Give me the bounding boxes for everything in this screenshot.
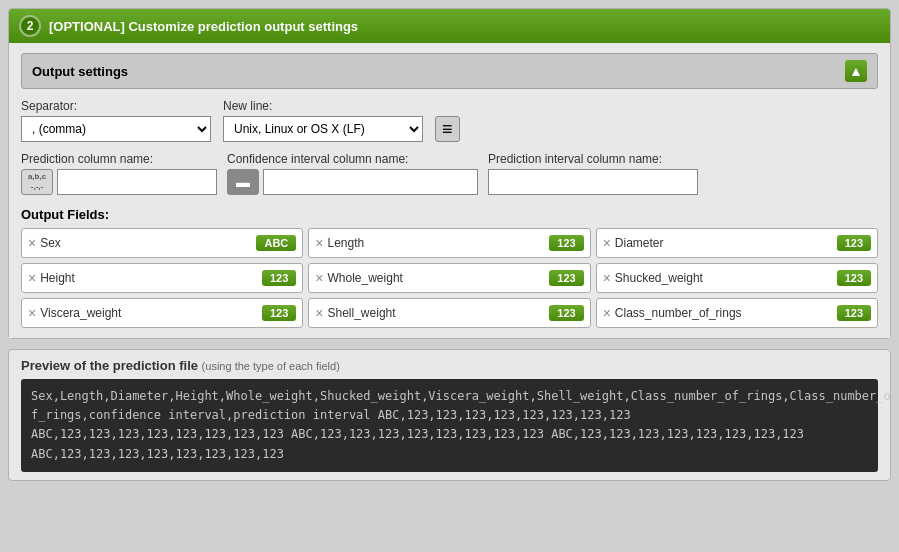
- field-tag: ×SexABC: [21, 228, 303, 258]
- field-tag-name: Whole_weight: [328, 271, 550, 285]
- separator-group: Separator: , (comma): [21, 99, 211, 142]
- confidence-col-group: Confidence interval column name: ▬: [227, 152, 478, 195]
- preview-subtitle: (using the type of each field): [202, 360, 340, 372]
- confidence-col-input[interactable]: [263, 169, 478, 195]
- field-tag: ×Height123: [21, 263, 303, 293]
- field-tag-name: Shucked_weight: [615, 271, 837, 285]
- step-title: [OPTIONAL] Customize prediction output s…: [49, 19, 358, 34]
- field-remove-button[interactable]: ×: [28, 271, 36, 285]
- field-tag: ×Diameter123: [596, 228, 878, 258]
- field-tag-name: Diameter: [615, 236, 837, 250]
- field-remove-button[interactable]: ×: [28, 306, 36, 320]
- field-remove-button[interactable]: ×: [603, 271, 611, 285]
- prediction-col-group: Prediction column name: a,b,c-,-,-: [21, 152, 217, 195]
- field-tag-name: Length: [328, 236, 550, 250]
- separator-label: Separator:: [21, 99, 211, 113]
- field-tag-type: 123: [837, 305, 871, 321]
- field-tag: ×Shell_weight123: [308, 298, 590, 328]
- prediction-col-label: Prediction column name:: [21, 152, 217, 166]
- fields-grid: ×SexABC×Length123×Diameter123×Height123×…: [21, 228, 878, 328]
- col-gray-icon: ▬: [227, 169, 259, 195]
- field-remove-button[interactable]: ×: [28, 236, 36, 250]
- step-number: 2: [19, 15, 41, 37]
- field-tag-type: 123: [549, 235, 583, 251]
- prediction-interval-col-input[interactable]: [488, 169, 698, 195]
- field-tag-type: 123: [837, 270, 871, 286]
- preview-header: Preview of the prediction file (using th…: [21, 358, 878, 373]
- field-tag-type: 123: [837, 235, 871, 251]
- separator-newline-row: Separator: , (comma) New line: Unix, Lin…: [21, 99, 878, 142]
- output-fields-label: Output Fields:: [21, 207, 878, 222]
- field-tag-name: Viscera_weight: [40, 306, 262, 320]
- field-tag-type: 123: [549, 270, 583, 286]
- field-remove-button[interactable]: ×: [603, 306, 611, 320]
- field-tag-name: Class_number_of_rings: [615, 306, 837, 320]
- newline-label: New line:: [223, 99, 423, 113]
- collapse-button[interactable]: ▲: [845, 60, 867, 82]
- field-tag-name: Shell_weight: [328, 306, 550, 320]
- field-tag: ×Viscera_weight123: [21, 298, 303, 328]
- column-names-row: Prediction column name: a,b,c-,-,- Confi…: [21, 152, 878, 195]
- preview-section: Preview of the prediction file (using th…: [8, 349, 891, 481]
- field-tag-type: 123: [262, 270, 296, 286]
- field-tag-name: Height: [40, 271, 262, 285]
- col-abc-icon: a,b,c-,-,-: [21, 169, 53, 195]
- field-tag-name: Sex: [40, 236, 256, 250]
- format-button[interactable]: ≡: [435, 116, 460, 142]
- preview-title: Preview of the prediction file: [21, 358, 198, 373]
- output-settings-header: Output settings ▲: [21, 53, 878, 89]
- separator-select[interactable]: , (comma): [21, 116, 211, 142]
- prediction-col-input[interactable]: [57, 169, 217, 195]
- field-remove-button[interactable]: ×: [315, 271, 323, 285]
- field-remove-button[interactable]: ×: [315, 236, 323, 250]
- newline-select[interactable]: Unix, Linux or OS X (LF): [223, 116, 423, 142]
- field-tag: ×Length123: [308, 228, 590, 258]
- newline-group: New line: Unix, Linux or OS X (LF): [223, 99, 423, 142]
- preview-content: Sex,Length,Diameter,Height,Whole_weight,…: [21, 379, 878, 472]
- field-tag: ×Shucked_weight123: [596, 263, 878, 293]
- confidence-col-label: Confidence interval column name:: [227, 152, 478, 166]
- output-settings-title: Output settings: [32, 64, 128, 79]
- field-remove-button[interactable]: ×: [603, 236, 611, 250]
- field-tag: ×Class_number_of_rings123: [596, 298, 878, 328]
- field-tag-type: 123: [549, 305, 583, 321]
- field-tag-type: ABC: [256, 235, 296, 251]
- field-tag-type: 123: [262, 305, 296, 321]
- field-tag: ×Whole_weight123: [308, 263, 590, 293]
- step-header: 2 [OPTIONAL] Customize prediction output…: [9, 9, 890, 43]
- prediction-interval-col-group: Prediction interval column name:: [488, 152, 698, 195]
- field-remove-button[interactable]: ×: [315, 306, 323, 320]
- prediction-interval-col-label: Prediction interval column name:: [488, 152, 698, 166]
